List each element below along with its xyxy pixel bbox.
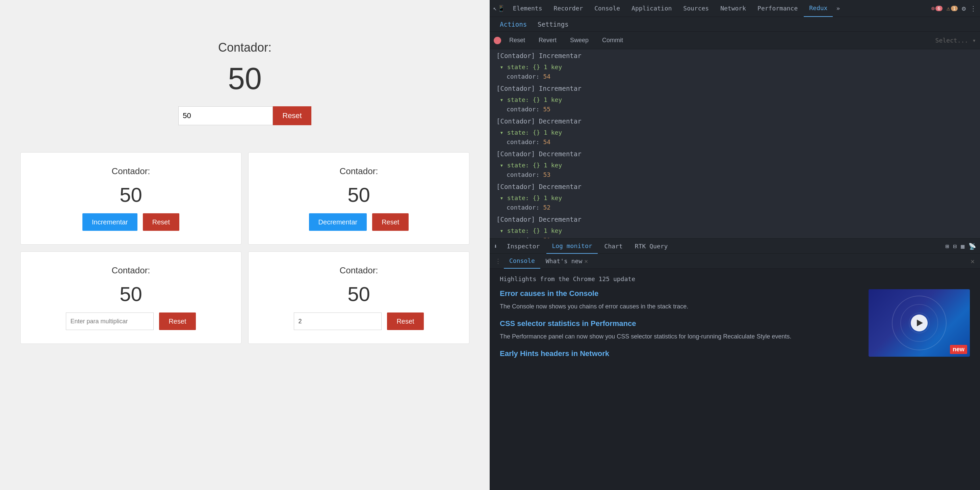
main-reset-button[interactable]: Reset bbox=[273, 106, 311, 125]
tab-recorder[interactable]: Recorder bbox=[549, 0, 589, 17]
tab-redux[interactable]: Redux bbox=[804, 0, 833, 17]
bottom-tab-inspector[interactable]: Inspector bbox=[501, 238, 546, 254]
bottom-tab-icons: ⊞ ⊟ ▦ 📡 bbox=[945, 243, 976, 250]
tab-application[interactable]: Application bbox=[626, 0, 677, 17]
more-menu-icon[interactable]: ⋮ bbox=[970, 5, 977, 13]
devtools-icon-cursor: ↖ bbox=[493, 5, 497, 12]
card2-label: Contador: bbox=[339, 166, 378, 176]
action-item-0-state-label: state: {} 1 key bbox=[507, 63, 562, 71]
tab-network[interactable]: Network bbox=[715, 0, 751, 17]
action-item-4-state-label: state: {} 1 key bbox=[507, 194, 562, 201]
action-item-2-prop-name: contador: bbox=[506, 138, 543, 146]
main-counter-input[interactable] bbox=[178, 106, 273, 125]
action-item-4-prop-name: contador: bbox=[506, 204, 543, 211]
new-badge: new bbox=[950, 345, 967, 354]
bottom-tab-chart[interactable]: Chart bbox=[599, 238, 628, 254]
tab-console[interactable]: Console bbox=[589, 0, 625, 17]
action-item-0-prop-name: contador: bbox=[506, 73, 543, 80]
grid-icon-1[interactable]: ⊞ bbox=[945, 243, 949, 250]
card3-btn-row: Reset bbox=[66, 312, 196, 330]
card4-reset-button[interactable]: Reset bbox=[387, 312, 423, 330]
action-item-5-name[interactable]: [Contador] Decrementar bbox=[490, 213, 980, 226]
sub-tab-actions[interactable]: Actions bbox=[495, 17, 531, 32]
card2-reset-button[interactable]: Reset bbox=[372, 213, 409, 231]
bottom-tab-logmonitor[interactable]: Log monitor bbox=[546, 238, 597, 254]
devtools-icon-device: 📱 bbox=[498, 5, 505, 12]
bottom-tab-rtkquery[interactable]: RTK Query bbox=[630, 238, 673, 254]
main-counter-value: 50 bbox=[228, 62, 262, 96]
reset-button[interactable]: Reset bbox=[504, 35, 531, 45]
tab-elements[interactable]: Elements bbox=[508, 0, 548, 17]
action-item-2-arrow: ▾ bbox=[500, 129, 507, 136]
main-counter: Contador: 50 Reset bbox=[0, 27, 490, 146]
action-item-2-name[interactable]: [Contador] Decrementar bbox=[490, 115, 980, 128]
bottom-panel-icon: ⬇ bbox=[494, 243, 498, 250]
broadcast-icon[interactable]: 📡 bbox=[969, 243, 976, 250]
main-counter-input-row: Reset bbox=[178, 106, 311, 125]
section2-title: CSS selector statistics in Performance bbox=[500, 319, 862, 328]
panel-close-icon[interactable]: ✕ bbox=[970, 257, 975, 265]
devtools-subbar: Actions Settings bbox=[490, 17, 980, 32]
app-area: Contador: 50 Reset Contador: 50 Incremen… bbox=[0, 0, 490, 490]
grid-icon-2[interactable]: ⊟ bbox=[953, 243, 957, 250]
section1-text: The Console now shows you chains of erro… bbox=[500, 302, 862, 311]
commit-button[interactable]: Commit bbox=[597, 35, 628, 45]
console-content: Highlights from the Chrome 125 update Er… bbox=[490, 269, 980, 369]
console-tab-console[interactable]: Console bbox=[504, 254, 540, 269]
action-item-1-state-label: state: {} 1 key bbox=[507, 96, 562, 103]
action-item-3-prop-name: contador: bbox=[506, 171, 543, 178]
decrement-button[interactable]: Decrementar bbox=[309, 213, 367, 231]
card3-reset-button[interactable]: Reset bbox=[159, 312, 196, 330]
action-item-5-arrow: ▾ bbox=[500, 227, 507, 234]
devtools-icons: ⊗ 6 ⚠ 1 ⚙ ⋮ bbox=[931, 5, 977, 13]
action-item-1-prop-val: 55 bbox=[543, 106, 550, 113]
action-item-0-name[interactable]: [Contador] Incrementar bbox=[490, 49, 980, 62]
increment-button[interactable]: Incrementar bbox=[83, 213, 137, 231]
card4-value: 50 bbox=[347, 282, 370, 306]
tab-sources[interactable]: Sources bbox=[678, 0, 714, 17]
console-sections-row: Error causes in the Console The Console … bbox=[500, 289, 970, 362]
action-item-3-name[interactable]: [Contador] Decrementar bbox=[490, 147, 980, 160]
record-button[interactable] bbox=[494, 37, 501, 44]
play-button[interactable] bbox=[911, 314, 928, 331]
card3-label: Contador: bbox=[111, 265, 150, 276]
sub-tab-settings[interactable]: Settings bbox=[533, 17, 573, 32]
action-item-4-name[interactable]: [Contador] Decrementar bbox=[490, 180, 980, 193]
action-item-3-state-label: state: {} 1 key bbox=[507, 162, 562, 169]
action-item-4-arrow: ▾ bbox=[500, 194, 507, 201]
console-tabs-row: ⋮ Console What's new ✕ ✕ bbox=[490, 254, 980, 269]
card3-value: 50 bbox=[119, 282, 142, 306]
revert-button[interactable]: Revert bbox=[533, 35, 562, 45]
action-item-1-name[interactable]: [Contador] Incrementar bbox=[490, 82, 980, 95]
console-sections-text: Error causes in the Console The Console … bbox=[500, 289, 862, 362]
sweep-button[interactable]: Sweep bbox=[565, 35, 594, 45]
chrome-update-highlight: Highlights from the Chrome 125 update bbox=[500, 275, 970, 282]
actions-list: [Contador] Incrementar ▾ state: {} 1 key… bbox=[490, 49, 980, 238]
section2-text: The Performance panel can now show you C… bbox=[500, 332, 862, 341]
counter-card-number: Contador: 50 Reset bbox=[248, 251, 469, 344]
card1-reset-button[interactable]: Reset bbox=[143, 213, 179, 231]
whatsnew-close-icon[interactable]: ✕ bbox=[582, 257, 590, 265]
number-input[interactable] bbox=[294, 312, 382, 330]
grid-icon-3[interactable]: ▦ bbox=[961, 243, 964, 250]
tab-more[interactable]: » bbox=[834, 5, 843, 12]
console-tab-whatsnew[interactable]: What's new ✕ bbox=[540, 254, 595, 269]
action-item-3-prop-val: 53 bbox=[543, 171, 550, 178]
thumbnail-bg: new bbox=[869, 289, 970, 357]
gear-icon[interactable]: ⚙ bbox=[962, 5, 966, 13]
console-menu-icon[interactable]: ⋮ bbox=[495, 257, 501, 265]
action-item-0-arrow: ▾ bbox=[500, 63, 507, 71]
action-item-2-state-label: state: {} 1 key bbox=[507, 129, 562, 136]
action-item-5-state-label: state: {} 1 key bbox=[507, 227, 562, 234]
card1-btn-row: Incrementar Reset bbox=[83, 213, 179, 231]
devtools-panel: ↖ 📱 Elements Recorder Console Applicatio… bbox=[490, 0, 980, 490]
counter-card-multiply: Contador: 50 Reset bbox=[20, 251, 242, 344]
multiply-input[interactable] bbox=[66, 312, 154, 330]
tab-performance[interactable]: Performance bbox=[752, 0, 803, 17]
warning-badge-icon: ⚠ 1 bbox=[947, 5, 958, 12]
toolbar-arrow-icon: ▾ bbox=[972, 37, 976, 44]
card1-label: Contador: bbox=[111, 166, 150, 176]
bottom-tabs: ⬇ Inspector Log monitor Chart RTK Query … bbox=[490, 238, 980, 254]
card4-label: Contador: bbox=[339, 265, 378, 276]
error-badge-icon: ⊗ 6 bbox=[931, 5, 942, 12]
